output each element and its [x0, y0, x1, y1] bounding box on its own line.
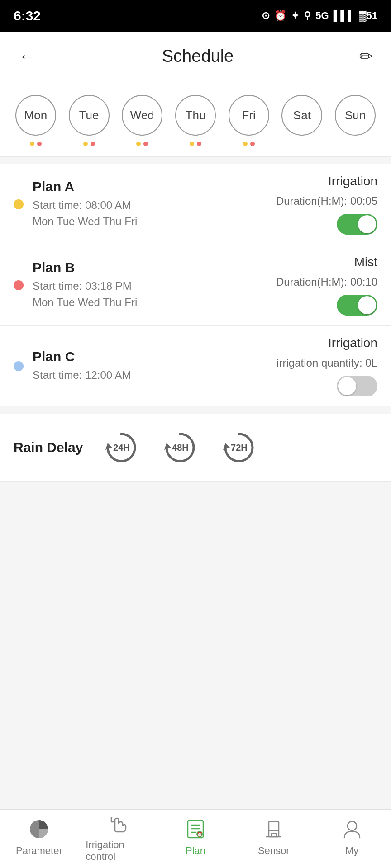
nav-item-plan[interactable]: ⏰ Plan — [164, 817, 227, 857]
dot-yellow — [30, 142, 34, 146]
dot-red — [143, 142, 148, 146]
rain-24h-label: 24H — [113, 443, 130, 453]
nav-item-sensor[interactable]: Sensor — [242, 817, 305, 857]
day-circle-mon[interactable]: Mon — [15, 95, 56, 136]
dot-yellow — [190, 142, 194, 146]
edit-button[interactable]: ✏ — [359, 47, 373, 66]
dot-red — [250, 142, 255, 146]
plan-item-a[interactable]: Plan A Start time: 08:00 AM Mon Tue Wed … — [0, 164, 391, 245]
plan-right-b: Mist Duration(H:M): 00:10 — [276, 255, 377, 316]
nav-label-my: My — [345, 845, 358, 857]
nav-label-irrigation-control: Irrigation control — [86, 839, 149, 863]
nav-item-my[interactable]: My — [320, 817, 384, 857]
page-title: Schedule — [162, 47, 234, 66]
signal-bars: ▌▌▌ — [334, 10, 355, 22]
plan-type-a: Irrigation — [328, 174, 377, 189]
plan-dot-b — [14, 280, 24, 290]
plan-duration-c: irrigation quantity: 0L — [277, 357, 377, 369]
signal-5g: 5G — [315, 10, 329, 22]
plan-toggle-c[interactable] — [337, 376, 377, 396]
sensor-building-icon — [262, 818, 285, 840]
plan-dot-c — [14, 361, 24, 371]
day-circle-wed[interactable]: Wed — [122, 95, 162, 136]
day-circle-thu[interactable]: Thu — [175, 95, 216, 136]
status-bar: 6:32 ⊙ ⏰ ✦ ⚲ 5G ▌▌▌ ▓51 — [0, 0, 391, 32]
plan-dot-a — [14, 199, 24, 209]
plan-info-b: Plan B Start time: 03:18 PM Mon Tue Wed … — [33, 260, 267, 311]
plan-name-c: Plan C — [33, 349, 267, 364]
plan-days-a: Mon Tue Wed Thu Fri — [33, 213, 267, 230]
dot-yellow — [83, 142, 88, 146]
plan-type-c: Irrigation — [328, 336, 377, 350]
toggle-knob-b — [358, 296, 376, 314]
plan-name-b: Plan B — [33, 260, 267, 275]
plan-item-b[interactable]: Plan B Start time: 03:18 PM Mon Tue Wed … — [0, 245, 391, 326]
svg-text:⏰: ⏰ — [197, 831, 203, 837]
plan-start-c: Start time: 12:00 AM — [33, 367, 267, 383]
day-circle-fri[interactable]: Fri — [229, 95, 269, 136]
day-dots-wed — [136, 140, 148, 147]
day-circle-sat[interactable]: Sat — [281, 95, 322, 136]
pie-chart-icon — [28, 818, 50, 840]
day-fri[interactable]: Fri — [229, 95, 269, 147]
back-button[interactable]: ← — [18, 46, 36, 66]
plan-name-a: Plan A — [33, 179, 267, 194]
rain-delay-72h[interactable]: 72H — [219, 427, 259, 468]
battery: ▓51 — [359, 10, 377, 22]
day-dots-fri — [243, 140, 255, 147]
dot-red — [37, 142, 42, 146]
nav-item-irrigation-control[interactable]: Irrigation control — [86, 811, 149, 863]
day-sun[interactable]: Sun — [335, 95, 376, 147]
day-mon[interactable]: Mon — [15, 95, 56, 147]
status-icons: ⊙ ⏰ ✦ ⚲ 5G ▌▌▌ ▓51 — [262, 10, 377, 22]
dot-yellow — [136, 142, 141, 146]
plan-right-a: Irrigation Duration(H:M): 00:05 — [276, 174, 377, 235]
day-dots-thu — [190, 140, 201, 147]
day-thu[interactable]: Thu — [175, 95, 216, 147]
plan-right-c: Irrigation irrigation quantity: 0L — [277, 336, 377, 396]
plan-days-b: Mon Tue Wed Thu Fri — [33, 294, 267, 311]
svg-point-16 — [348, 821, 357, 830]
bluetooth-icon: ✦ — [291, 10, 299, 22]
toggle-knob-c — [338, 377, 356, 395]
day-dots-tue — [83, 140, 95, 147]
plan-duration-a: Duration(H:M): 00:05 — [276, 195, 377, 208]
rain-delay-label: Rain Delay — [14, 440, 83, 455]
alarm-icon: ⏰ — [274, 10, 286, 22]
plan-icon: ⏰ — [183, 817, 208, 841]
svg-rect-11 — [269, 821, 279, 837]
toggle-knob-a — [358, 215, 376, 233]
day-circle-sun[interactable]: Sun — [335, 95, 376, 136]
rain-delay-48h[interactable]: 48H — [160, 427, 200, 468]
plan-info-a: Plan A Start time: 08:00 AM Mon Tue Wed … — [33, 179, 267, 230]
my-icon — [340, 817, 364, 841]
rain-48h-label: 48H — [172, 443, 189, 453]
hand-icon — [106, 812, 129, 835]
plan-start-b: Start time: 03:18 PM — [33, 278, 267, 294]
day-wed[interactable]: Wed — [122, 95, 162, 147]
rain-delay-24h[interactable]: 24H — [101, 427, 142, 468]
user-icon — [341, 818, 363, 840]
sensor-icon — [262, 817, 286, 841]
plans-section: Plan A Start time: 08:00 AM Mon Tue Wed … — [0, 164, 391, 406]
bottom-nav: Parameter Irrigation control ⏰ Plan — [0, 809, 391, 868]
day-tue[interactable]: Tue — [69, 95, 110, 147]
day-circle-tue[interactable]: Tue — [69, 95, 110, 136]
nfc-icon: ⊙ — [262, 10, 270, 22]
day-sat[interactable]: Sat — [281, 95, 322, 147]
plan-item-c[interactable]: Plan C Start time: 12:00 AM Irrigation i… — [0, 326, 391, 406]
dot-red — [197, 142, 201, 146]
nav-label-plan: Plan — [186, 845, 205, 857]
day-dots-mon — [30, 140, 42, 147]
rain-delay-buttons: 24H 48H 72H — [101, 427, 259, 468]
day-selector: Mon Tue Wed Thu — [0, 81, 391, 157]
rain-delay-section: Rain Delay 24H 48H 72H — [0, 414, 391, 482]
nav-item-parameter[interactable]: Parameter — [7, 817, 71, 857]
plan-toggle-a[interactable] — [337, 214, 377, 235]
irrigation-control-icon — [105, 811, 129, 835]
wifi-icon: ⚲ — [304, 10, 311, 22]
plan-list-icon: ⏰ — [184, 818, 207, 840]
parameter-icon — [27, 817, 51, 841]
plan-toggle-b[interactable] — [337, 295, 377, 316]
plan-duration-b: Duration(H:M): 00:10 — [276, 276, 377, 288]
